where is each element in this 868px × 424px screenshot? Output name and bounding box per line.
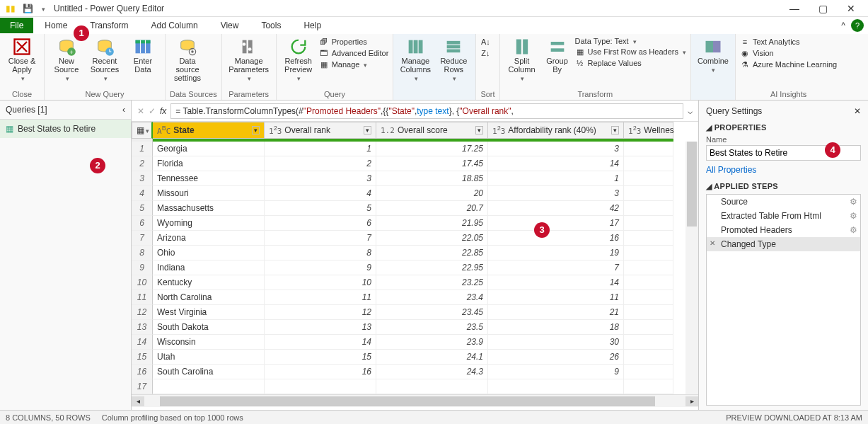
cell-state[interactable]: Utah <box>153 350 265 365</box>
minimize-button[interactable]: — <box>780 3 809 14</box>
cell-state[interactable]: Indiana <box>153 260 265 275</box>
cell-score[interactable]: 23.9 <box>376 335 488 350</box>
replace-values-button[interactable]: ½Replace Values <box>575 58 686 68</box>
cell-wellness[interactable] <box>624 231 673 246</box>
new-source-button[interactable]: +New Source <box>49 35 84 83</box>
reduce-rows-button[interactable]: Reduce Rows <box>436 35 471 83</box>
cell-state[interactable]: Arizona <box>153 231 265 246</box>
cell-score[interactable]: 18.85 <box>376 171 488 186</box>
cell-state[interactable]: Missouri <box>153 186 265 201</box>
cell-rank[interactable]: 11 <box>265 290 376 305</box>
cell-state[interactable]: South Carolina <box>153 365 265 379</box>
cell-state[interactable]: Florida <box>153 156 265 171</box>
manage-columns-button[interactable]: Manage Columns <box>398 35 433 83</box>
cell-rank[interactable]: 5 <box>265 201 376 216</box>
cell-affordability[interactable]: 3 <box>488 142 624 156</box>
cell-affordability[interactable]: 3 <box>488 186 624 201</box>
close-apply-button[interactable]: Close & Apply <box>4 35 40 83</box>
cell-affordability[interactable]: 18 <box>488 320 624 335</box>
cell-wellness[interactable] <box>624 186 673 201</box>
cell-wellness[interactable] <box>624 379 673 394</box>
cell-affordability[interactable]: 17 <box>488 216 624 231</box>
maximize-button[interactable]: ▢ <box>809 3 837 14</box>
cell-wellness[interactable] <box>624 216 673 231</box>
row-number[interactable]: 17 <box>132 379 153 394</box>
cell-score[interactable]: 23.45 <box>376 305 488 320</box>
cell-affordability[interactable]: 26 <box>488 350 624 365</box>
row-number[interactable]: 3 <box>132 171 153 186</box>
cell-score[interactable]: 23.25 <box>376 275 488 290</box>
close-button[interactable]: ✕ <box>837 3 865 14</box>
cell-state[interactable]: Wisconsin <box>153 335 265 350</box>
fx-cancel-icon[interactable]: ✕ <box>137 106 144 116</box>
row-number[interactable]: 2 <box>132 156 153 171</box>
row-number[interactable]: 9 <box>132 260 153 275</box>
tab-home[interactable]: Home <box>33 18 79 33</box>
cell-score[interactable]: 17.45 <box>376 156 488 171</box>
cell-score[interactable]: 23.5 <box>376 320 488 335</box>
cell-state[interactable]: Georgia <box>153 142 265 156</box>
filter-icon[interactable]: ▾ <box>364 126 371 134</box>
row-number[interactable]: 16 <box>132 365 153 379</box>
expand-properties-icon[interactable]: ◢ <box>706 123 712 132</box>
split-column-button[interactable]: Split Column <box>504 35 540 83</box>
sort-desc-button[interactable]: Z↓ <box>480 48 490 58</box>
tab-help[interactable]: Help <box>292 18 332 33</box>
cell-wellness[interactable] <box>624 305 673 320</box>
refresh-preview-button[interactable]: Refresh Preview <box>281 35 316 83</box>
file-tab[interactable]: File <box>0 18 33 33</box>
cell-affordability[interactable]: 7 <box>488 260 624 275</box>
fx-expand-icon[interactable]: ⌵ <box>688 106 693 116</box>
cell-score[interactable]: 22.05 <box>376 231 488 246</box>
col-header-affordability[interactable]: 123Affordability rank (40%)▾ <box>488 122 624 139</box>
col-header-overall-rank[interactable]: 123Overall rank▾ <box>265 122 376 139</box>
row-number[interactable]: 15 <box>132 350 153 365</box>
col-header-state[interactable]: ABCState▾ <box>153 122 265 139</box>
cell-wellness[interactable] <box>624 290 673 305</box>
step-source[interactable]: Source⚙ <box>707 195 860 209</box>
row-number[interactable]: 8 <box>132 246 153 260</box>
col-header-overall-score[interactable]: 1.2Overall score▾ <box>376 122 488 139</box>
row-number[interactable]: 12 <box>132 305 153 320</box>
vertical-scrollbar[interactable] <box>685 142 698 397</box>
cell-score[interactable]: 24.3 <box>376 365 488 379</box>
cell-score[interactable]: 22.85 <box>376 246 488 260</box>
formula-input[interactable]: = Table.TransformColumnTypes(#"Promoted … <box>170 103 683 119</box>
enter-data-button[interactable]: Enter Data <box>125 35 161 74</box>
cell-score[interactable] <box>376 379 488 394</box>
qat-save-icon[interactable]: 💾 <box>20 4 36 13</box>
cell-rank[interactable]: 14 <box>265 335 376 350</box>
cell-rank[interactable]: 16 <box>265 365 376 379</box>
data-type-button[interactable]: Data Type: Text <box>575 37 686 45</box>
tab-view[interactable]: View <box>209 18 250 33</box>
cell-rank[interactable]: 10 <box>265 275 376 290</box>
cell-state[interactable] <box>153 379 265 394</box>
fx-accept-icon[interactable]: ✓ <box>149 106 156 116</box>
filter-icon[interactable]: ▾ <box>252 126 260 134</box>
cell-score[interactable]: 21.95 <box>376 216 488 231</box>
row-number[interactable]: 5 <box>132 201 153 216</box>
group-by-button[interactable]: Group By <box>543 35 572 74</box>
cell-score[interactable]: 23.4 <box>376 290 488 305</box>
cell-score[interactable]: 22.95 <box>376 260 488 275</box>
manage-button[interactable]: ▦Manage <box>319 59 389 69</box>
cell-affordability[interactable]: 16 <box>488 231 624 246</box>
cell-affordability[interactable]: 1 <box>488 171 624 186</box>
cell-wellness[interactable] <box>624 171 673 186</box>
cell-state[interactable]: Kentucky <box>153 275 265 290</box>
cell-affordability[interactable]: 14 <box>488 156 624 171</box>
cell-rank[interactable]: 6 <box>265 216 376 231</box>
cell-score[interactable]: 20.7 <box>376 201 488 216</box>
query-item[interactable]: ▦ Best States to Retire <box>0 120 131 138</box>
row-number[interactable]: 14 <box>132 335 153 350</box>
properties-button[interactable]: 🗊Properties <box>319 37 389 47</box>
row-number[interactable]: 6 <box>132 216 153 231</box>
horizontal-scrollbar[interactable]: ◂▸ <box>132 394 698 407</box>
cell-affordability[interactable]: 30 <box>488 335 624 350</box>
step-promoted[interactable]: Promoted Headers⚙ <box>707 223 860 237</box>
tab-tools[interactable]: Tools <box>250 18 292 33</box>
help-icon[interactable]: ? <box>851 19 864 32</box>
data-source-settings-button[interactable]: Data source settings <box>170 35 205 82</box>
cell-state[interactable]: Massachusetts <box>153 201 265 216</box>
expand-steps-icon[interactable]: ◢ <box>706 182 712 190</box>
